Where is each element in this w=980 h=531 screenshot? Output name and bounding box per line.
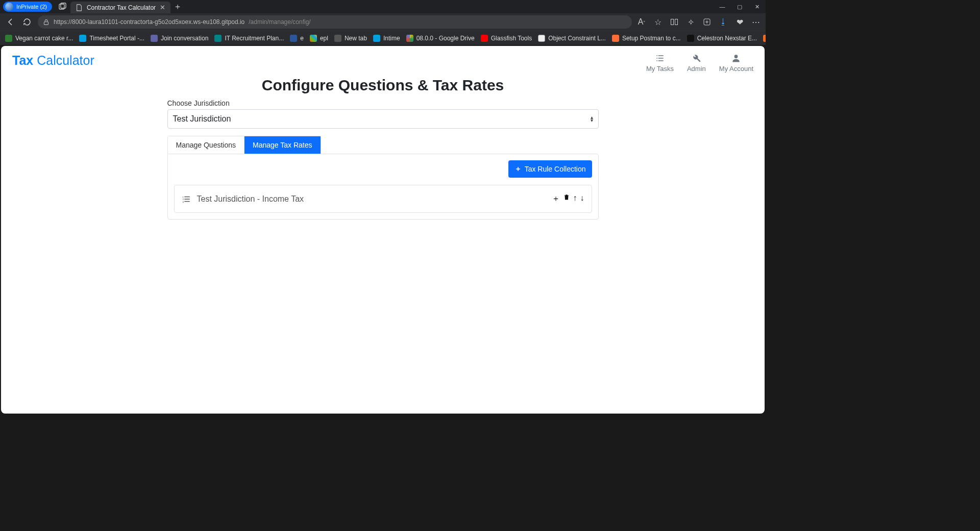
- jurisdiction-label: Choose Jurisdiction: [167, 99, 599, 107]
- plus-icon: ＋: [514, 164, 522, 174]
- window-maximize-icon[interactable]: ▢: [731, 0, 748, 13]
- svg-rect-4: [675, 19, 678, 25]
- nav-admin[interactable]: Admin: [687, 53, 706, 73]
- config-tabs: Manage Questions Manage Tax Rates: [167, 136, 321, 154]
- downloads-icon[interactable]: ⭳: [719, 17, 728, 27]
- url-path: /admin/manage/config/: [249, 18, 310, 26]
- page-title: Configure Questions & Tax Rates: [167, 77, 599, 94]
- page-body: Configure Questions & Tax Rates Choose J…: [167, 77, 599, 235]
- svg-rect-3: [671, 19, 674, 25]
- settings-more-icon[interactable]: ⋯: [751, 17, 761, 27]
- bookmark-item[interactable]: Vegan carrot cake r...: [5, 35, 73, 42]
- nav-label: Admin: [687, 65, 706, 73]
- bookmark-item[interactable]: Glassfish Tools: [481, 35, 532, 42]
- tab-manage-tax-rates[interactable]: Manage Tax Rates: [244, 136, 320, 154]
- refresh-button[interactable]: [21, 16, 33, 28]
- new-tab-button[interactable]: ＋: [170, 0, 185, 13]
- svg-rect-2: [44, 21, 48, 25]
- bookmark-item[interactable]: Object Constraint L...: [538, 35, 606, 42]
- bookmark-label: Glassfish Tools: [491, 35, 532, 42]
- browser-titlebar: InPrivate (2) Contractor Tax Calculator …: [0, 0, 766, 13]
- bookmarks-bar: Vegan carrot cake r... Timesheet Portal …: [0, 31, 766, 45]
- bookmark-item[interactable]: Intime: [373, 35, 400, 42]
- move-up-icon[interactable]: ↑: [573, 194, 577, 204]
- tasks-icon: [655, 53, 665, 63]
- user-icon: [731, 53, 741, 63]
- bookmark-item[interactable]: Setup Postman to c...: [612, 35, 681, 42]
- url-host: https://8000-laura10101-contractorta-g5o…: [54, 18, 244, 26]
- app-header: Tax Calculator My Tasks Admin My Account: [1, 46, 765, 73]
- page-icon: [76, 4, 83, 11]
- bookmark-label: epl: [320, 35, 328, 42]
- delete-rule-icon[interactable]: [563, 194, 570, 204]
- tax-rates-pane: ＋ Tax Rule Collection Test Jurisdiction …: [167, 154, 599, 220]
- add-button-label: Tax Rule Collection: [525, 165, 586, 173]
- bookmark-label: Vegan carrot cake r...: [15, 35, 73, 42]
- browser-tab-active[interactable]: Contractor Tax Calculator ✕: [70, 2, 170, 13]
- bookmark-item[interactable]: Celestron NexStar E...: [763, 35, 766, 42]
- nav-my-tasks[interactable]: My Tasks: [646, 53, 674, 73]
- logo-text-bold: Tax: [12, 53, 33, 67]
- logo-text-rest: Calculator: [33, 53, 94, 67]
- bookmark-item[interactable]: Join conversation: [151, 35, 208, 42]
- window-minimize-icon[interactable]: —: [714, 0, 731, 13]
- page-content: Tax Calculator My Tasks Admin My Account…: [1, 46, 765, 414]
- extensions-icon[interactable]: ❤: [735, 17, 744, 27]
- bookmark-label: e: [300, 35, 304, 42]
- add-tax-rule-collection-button[interactable]: ＋ Tax Rule Collection: [508, 160, 592, 178]
- bookmark-label: Object Constraint L...: [548, 35, 606, 42]
- bookmark-label: 08.0.0 - Google Drive: [416, 35, 475, 42]
- tab-manage-questions[interactable]: Manage Questions: [168, 136, 245, 154]
- toolbar-right-icons: A⁺ ☆ ✧ ⭳ ❤ ⋯: [637, 17, 761, 27]
- tab-strip: InPrivate (2) Contractor Tax Calculator …: [0, 0, 714, 13]
- back-button[interactable]: [5, 16, 16, 28]
- favorite-star-icon[interactable]: ☆: [653, 17, 663, 27]
- bookmark-item[interactable]: 08.0.0 - Google Drive: [406, 35, 475, 42]
- list-ol-icon: [182, 195, 191, 204]
- split-screen-icon[interactable]: [670, 17, 679, 27]
- jurisdiction-selected-value: Test Jurisdiction: [173, 114, 231, 124]
- address-bar-row: https://8000-laura10101-contractorta-g5o…: [0, 13, 766, 31]
- tools-icon: [691, 53, 701, 63]
- collections-icon[interactable]: [702, 17, 712, 27]
- address-bar[interactable]: https://8000-laura10101-contractorta-g5o…: [38, 15, 632, 29]
- inprivate-label: InPrivate (2): [16, 4, 47, 10]
- tab-overview-icon[interactable]: [55, 0, 70, 13]
- window-close-icon[interactable]: ✕: [748, 0, 766, 13]
- close-tab-icon[interactable]: ✕: [160, 4, 165, 11]
- bookmark-label: IT Recruitment Plan...: [225, 35, 284, 42]
- bookmark-item[interactable]: Timesheet Portal -...: [79, 35, 144, 42]
- rule-collection-name: Test Jurisdiction - Income Tax: [197, 195, 304, 204]
- chevron-updown-icon: ▴▾: [591, 116, 593, 122]
- bookmark-item[interactable]: New tab: [334, 35, 367, 42]
- favorites-list-icon[interactable]: ✧: [686, 17, 695, 27]
- app-logo[interactable]: Tax Calculator: [12, 53, 94, 68]
- profile-avatar-icon: [5, 3, 13, 11]
- jurisdiction-select[interactable]: Test Jurisdiction ▴▾: [167, 109, 599, 129]
- bookmark-item[interactable]: e: [290, 35, 304, 42]
- bookmark-item[interactable]: IT Recruitment Plan...: [214, 35, 284, 42]
- svg-point-6: [734, 55, 738, 58]
- bookmark-item[interactable]: Celestron Nexstar E...: [687, 35, 757, 42]
- inprivate-indicator[interactable]: InPrivate (2): [3, 2, 52, 12]
- pane-toolbar: ＋ Tax Rule Collection: [174, 160, 592, 178]
- window-controls: — ▢ ✕: [714, 0, 766, 13]
- bookmark-label: Timesheet Portal -...: [89, 35, 144, 42]
- header-actions: My Tasks Admin My Account: [646, 53, 753, 73]
- move-down-icon[interactable]: ↓: [580, 194, 584, 204]
- nav-my-account[interactable]: My Account: [719, 53, 753, 73]
- bookmark-label: Setup Postman to c...: [622, 35, 681, 42]
- bookmark-label: New tab: [345, 35, 367, 42]
- lock-icon: [43, 19, 50, 26]
- tax-rule-collection-row: Test Jurisdiction - Income Tax ＋ ↑ ↓: [174, 185, 592, 213]
- bookmark-label: Celestron Nexstar E...: [697, 35, 757, 42]
- bookmark-label: Join conversation: [161, 35, 208, 42]
- text-size-icon[interactable]: A⁺: [637, 17, 646, 27]
- bookmark-label: Intime: [383, 35, 400, 42]
- add-rule-icon[interactable]: ＋: [552, 194, 560, 204]
- bookmark-item[interactable]: epl: [310, 35, 328, 42]
- browser-tab-title: Contractor Tax Calculator: [87, 4, 156, 11]
- rule-actions: ＋ ↑ ↓: [552, 194, 584, 204]
- nav-label: My Account: [719, 65, 753, 73]
- nav-label: My Tasks: [646, 65, 674, 73]
